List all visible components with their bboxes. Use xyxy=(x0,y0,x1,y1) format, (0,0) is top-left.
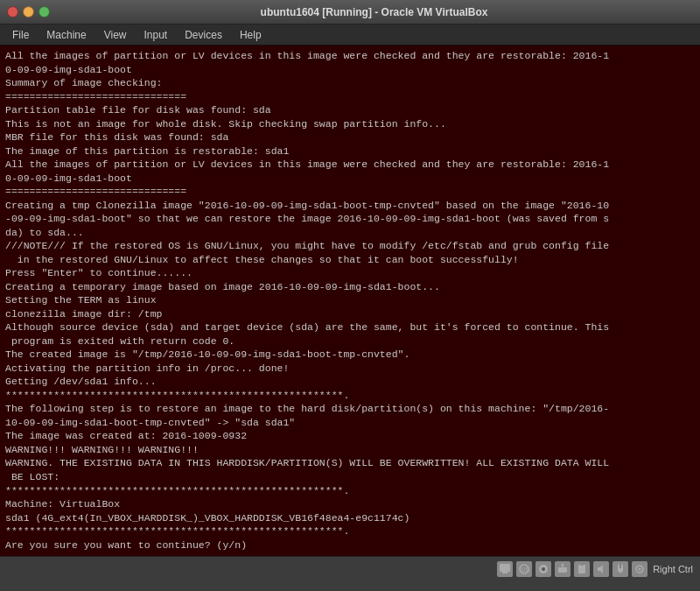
window-title: ubuntu1604 [Running] - Oracle VM Virtual… xyxy=(55,6,693,18)
icon-audio xyxy=(593,561,609,577)
menu-devices[interactable]: Devices xyxy=(176,27,231,43)
svg-point-8 xyxy=(562,563,564,566)
statusbar: USB Right Ctrl xyxy=(0,556,700,580)
svg-rect-10 xyxy=(580,564,584,566)
menu-help[interactable]: Help xyxy=(231,27,270,43)
svg-rect-1 xyxy=(502,572,508,573)
icon-usb: USB xyxy=(516,561,532,577)
svg-rect-6 xyxy=(558,567,567,573)
svg-rect-0 xyxy=(500,564,510,572)
menu-view[interactable]: View xyxy=(95,27,136,43)
menu-file[interactable]: File xyxy=(4,27,38,43)
statusbar-icons: USB xyxy=(497,561,648,577)
svg-text:USB: USB xyxy=(522,566,531,573)
svg-point-15 xyxy=(639,567,641,570)
icon-network xyxy=(555,561,570,577)
icon-clipboard xyxy=(574,561,590,577)
maximize-button[interactable] xyxy=(38,6,50,18)
titlebar-buttons xyxy=(7,6,50,18)
terminal-output[interactable]: All the images of partition or LV device… xyxy=(0,46,700,556)
icon-settings xyxy=(632,561,648,577)
svg-point-5 xyxy=(542,567,545,571)
menu-machine[interactable]: Machine xyxy=(38,27,94,43)
close-button[interactable] xyxy=(7,6,18,18)
right-ctrl-label: Right Ctrl xyxy=(653,564,693,574)
titlebar: ubuntu1604 [Running] - Oracle VM Virtual… xyxy=(0,0,700,25)
icon-mouse xyxy=(612,561,628,577)
menu-input[interactable]: Input xyxy=(136,27,177,43)
minimize-button[interactable] xyxy=(23,6,34,18)
svg-rect-9 xyxy=(578,565,585,573)
icon-optical xyxy=(536,561,551,577)
svg-marker-11 xyxy=(598,565,603,573)
menubar: File Machine View Input Devices Help xyxy=(0,25,700,46)
icon-display xyxy=(497,561,513,577)
